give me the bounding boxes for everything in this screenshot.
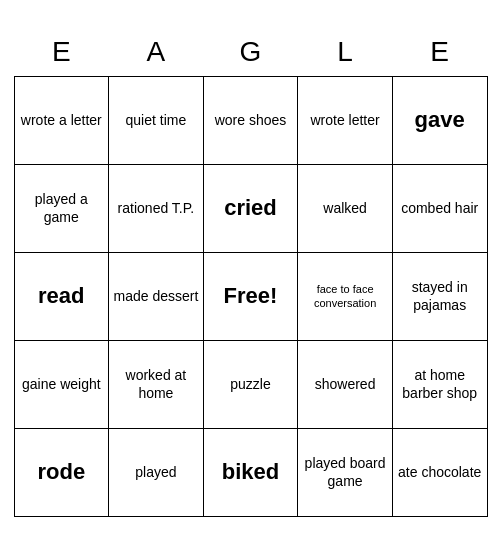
table-row: rodeplayedbikedplayed board gameate choc… — [14, 428, 487, 516]
bingo-cell: rode — [14, 428, 109, 516]
bingo-cell: walked — [298, 164, 393, 252]
table-row: gaine weightworked at homepuzzleshowered… — [14, 340, 487, 428]
table-row: wrote a letterquiet timewore shoeswrote … — [14, 76, 487, 164]
bingo-cell: biked — [203, 428, 298, 516]
table-row: played a gamerationed T.P.criedwalkedcom… — [14, 164, 487, 252]
col-header-a: A — [109, 28, 204, 77]
col-header-e2: E — [392, 28, 487, 77]
header-row: E A G L E — [14, 28, 487, 77]
bingo-cell: ate chocolate — [392, 428, 487, 516]
bingo-cell: wrote letter — [298, 76, 393, 164]
col-header-e1: E — [14, 28, 109, 77]
bingo-cell: wrote a letter — [14, 76, 109, 164]
bingo-cell: read — [14, 252, 109, 340]
bingo-cell: made dessert — [109, 252, 204, 340]
bingo-cell: quiet time — [109, 76, 204, 164]
bingo-cell: showered — [298, 340, 393, 428]
bingo-cell: puzzle — [203, 340, 298, 428]
col-header-g: G — [203, 28, 298, 77]
col-header-l: L — [298, 28, 393, 77]
bingo-cell: stayed in pajamas — [392, 252, 487, 340]
bingo-cell: played — [109, 428, 204, 516]
bingo-cell: cried — [203, 164, 298, 252]
bingo-cell: Free! — [203, 252, 298, 340]
bingo-table: E A G L E wrote a letterquiet timewore s… — [14, 28, 488, 517]
bingo-cell: gaine weight — [14, 340, 109, 428]
bingo-cell: combed hair — [392, 164, 487, 252]
bingo-cell: at home barber shop — [392, 340, 487, 428]
bingo-cell: wore shoes — [203, 76, 298, 164]
bingo-cell: gave — [392, 76, 487, 164]
bingo-cell: face to face conversation — [298, 252, 393, 340]
bingo-cell: played a game — [14, 164, 109, 252]
bingo-card: E A G L E wrote a letterquiet timewore s… — [6, 20, 496, 525]
table-row: readmade dessertFree!face to face conver… — [14, 252, 487, 340]
bingo-cell: worked at home — [109, 340, 204, 428]
bingo-cell: rationed T.P. — [109, 164, 204, 252]
bingo-cell: played board game — [298, 428, 393, 516]
